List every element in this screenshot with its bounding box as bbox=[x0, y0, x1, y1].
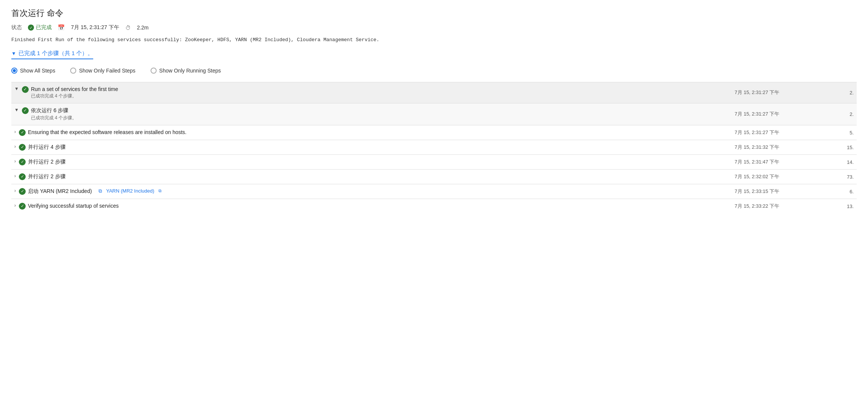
step-text: 依次运行 6 步骤 已成功完成 4 个步骤。 bbox=[31, 107, 77, 121]
radio-running-steps[interactable]: Show Only Running Steps bbox=[151, 68, 221, 74]
step-check-icon: ✓ bbox=[19, 159, 26, 165]
step-duration: 5. bbox=[782, 125, 857, 140]
expand-icon[interactable]: › bbox=[14, 159, 16, 164]
table-row: › ✓ 并行运行 4 步骤 7月 15, 2:31:32 下午 15. bbox=[11, 140, 857, 154]
step-check-icon: ✓ bbox=[22, 86, 29, 93]
expand-icon[interactable]: ▼ bbox=[14, 86, 19, 91]
steps-summary[interactable]: ▼ 已完成 1 个步骤（共 1 个）。 bbox=[11, 50, 93, 59]
status-duration: 2.2m bbox=[137, 25, 149, 31]
step-name: 启动 YARN (MR2 Included) bbox=[28, 188, 92, 195]
radio-failed-circle bbox=[70, 68, 76, 74]
step-date: 7月 15, 2:32:02 下午 bbox=[615, 169, 782, 184]
step-duration: 6. bbox=[782, 184, 857, 199]
expand-icon[interactable]: › bbox=[14, 144, 16, 149]
radio-row: Show All Steps Show Only Failed Steps Sh… bbox=[11, 65, 857, 77]
step-duration: 15. bbox=[782, 140, 857, 154]
table-row: › ✓ 并行运行 2 步骤 7月 15, 2:31:47 下午 14. bbox=[11, 154, 857, 169]
expand-icon[interactable]: › bbox=[14, 203, 16, 208]
step-duration: 14. bbox=[782, 154, 857, 169]
step-name-cell: › ✓ 并行运行 4 步骤 bbox=[11, 140, 615, 154]
step-date: 7月 15, 2:33:15 下午 bbox=[615, 184, 782, 199]
step-date: 7月 15, 2:31:27 下午 bbox=[615, 103, 782, 125]
radio-all-label: Show All Steps bbox=[20, 68, 55, 74]
step-name: 依次运行 6 步骤 bbox=[31, 107, 77, 114]
step-text: 并行运行 2 步骤 bbox=[28, 159, 66, 165]
radio-all-steps[interactable]: Show All Steps bbox=[11, 68, 55, 74]
expand-icon[interactable]: › bbox=[14, 129, 16, 134]
table-row: ▼ ✓ 依次运行 6 步骤 已成功完成 4 个步骤。 7月 15, 2:31:2… bbox=[11, 103, 857, 125]
step-name-cell: › ✓ Ensuring that the expected software … bbox=[11, 125, 615, 140]
log-message: Finished First Run of the following serv… bbox=[11, 36, 857, 44]
step-name-cell: › ✓ 并行运行 2 步骤 bbox=[11, 154, 615, 169]
status-date: 7月 15, 2:31:27 下午 bbox=[71, 24, 119, 31]
radio-failed-steps[interactable]: Show Only Failed Steps bbox=[70, 68, 135, 74]
step-date: 7月 15, 2:33:22 下午 bbox=[615, 199, 782, 213]
step-duration: 13. bbox=[782, 199, 857, 213]
status-completed: ✓ 已完成 bbox=[28, 24, 52, 31]
steps-summary-text: 已完成 1 个步骤（共 1 个）。 bbox=[18, 50, 93, 57]
step-check-icon: ✓ bbox=[19, 173, 26, 180]
status-row: 状态 ✓ 已完成 📅 7月 15, 2:31:27 下午 ⏱ 2.2m bbox=[11, 24, 857, 31]
step-sub: 已成功完成 4 个步骤。 bbox=[31, 93, 118, 99]
step-text: 并行运行 4 步骤 bbox=[28, 144, 66, 151]
step-name: Verifying successful startup of services bbox=[28, 203, 119, 209]
step-link[interactable]: ⧉ YARN (MR2 Included) ⧉ bbox=[94, 188, 162, 194]
step-name: 并行运行 2 步骤 bbox=[28, 173, 66, 180]
step-name-cell: › ✓ 启动 YARN (MR2 Included) ⧉ YARN (MR2 I… bbox=[11, 184, 615, 199]
step-date: 7月 15, 2:31:32 下午 bbox=[615, 140, 782, 154]
step-name: 并行运行 2 步骤 bbox=[28, 159, 66, 165]
step-name: Ensuring that the expected software rele… bbox=[28, 129, 186, 135]
step-name-cell: ▼ ✓ 依次运行 6 步骤 已成功完成 4 个步骤。 bbox=[11, 103, 615, 125]
table-row: › ✓ Ensuring that the expected software … bbox=[11, 125, 857, 140]
radio-failed-label: Show Only Failed Steps bbox=[79, 68, 135, 74]
page-title: 首次运行 命令 bbox=[11, 8, 857, 19]
link-label: YARN (MR2 Included) bbox=[106, 188, 154, 194]
step-text: 启动 YARN (MR2 Included) bbox=[28, 188, 92, 195]
step-text: Ensuring that the expected software rele… bbox=[28, 129, 186, 135]
step-text: Run a set of services for the first time… bbox=[31, 86, 118, 99]
step-check-icon: ✓ bbox=[19, 203, 26, 210]
table-row: › ✓ Verifying successful startup of serv… bbox=[11, 199, 857, 213]
table-row: › ✓ 启动 YARN (MR2 Included) ⧉ YARN (MR2 I… bbox=[11, 184, 857, 199]
step-check-icon: ✓ bbox=[22, 107, 29, 114]
calendar-icon: 📅 bbox=[58, 24, 65, 31]
status-label: 状态 bbox=[11, 24, 22, 31]
page-container: 首次运行 命令 状态 ✓ 已完成 📅 7月 15, 2:31:27 下午 ⏱ 2… bbox=[0, 0, 868, 221]
step-check-icon: ✓ bbox=[19, 129, 26, 136]
expand-icon[interactable]: › bbox=[14, 188, 16, 193]
step-name: Run a set of services for the first time bbox=[31, 86, 118, 92]
expand-icon[interactable]: › bbox=[14, 173, 16, 179]
step-text: Verifying successful startup of services bbox=[28, 203, 119, 209]
step-date: 7月 15, 2:31:27 下午 bbox=[615, 125, 782, 140]
radio-all-circle bbox=[11, 68, 17, 74]
chevron-down-icon: ▼ bbox=[11, 51, 16, 56]
step-date: 7月 15, 2:31:47 下午 bbox=[615, 154, 782, 169]
step-duration: 73. bbox=[782, 169, 857, 184]
expand-icon[interactable]: ▼ bbox=[14, 107, 19, 113]
step-duration: 2. bbox=[782, 103, 857, 125]
step-text: 并行运行 2 步骤 bbox=[28, 173, 66, 180]
radio-running-label: Show Only Running Steps bbox=[159, 68, 221, 74]
clock-icon: ⏱ bbox=[125, 25, 131, 31]
external-icon: ⧉ bbox=[159, 188, 162, 193]
step-check-icon: ✓ bbox=[19, 188, 26, 195]
radio-running-circle bbox=[151, 68, 157, 74]
check-circle-icon: ✓ bbox=[28, 25, 34, 31]
step-name-cell: › ✓ Verifying successful startup of serv… bbox=[11, 199, 615, 213]
step-name: 并行运行 4 步骤 bbox=[28, 144, 66, 151]
step-name-cell: › ✓ 并行运行 2 步骤 bbox=[11, 169, 615, 184]
table-row: ▼ ✓ Run a set of services for the first … bbox=[11, 82, 857, 103]
step-duration: 2. bbox=[782, 82, 857, 103]
status-state: 已完成 bbox=[36, 24, 52, 31]
step-name-cell: ▼ ✓ Run a set of services for the first … bbox=[11, 82, 615, 103]
table-row: › ✓ 并行运行 2 步骤 7月 15, 2:32:02 下午 73. bbox=[11, 169, 857, 184]
steps-table: ▼ ✓ Run a set of services for the first … bbox=[11, 82, 857, 213]
external-link-icon: ⧉ bbox=[98, 188, 102, 194]
step-date: 7月 15, 2:31:27 下午 bbox=[615, 82, 782, 103]
step-check-icon: ✓ bbox=[19, 144, 26, 151]
step-sub: 已成功完成 4 个步骤。 bbox=[31, 115, 77, 121]
